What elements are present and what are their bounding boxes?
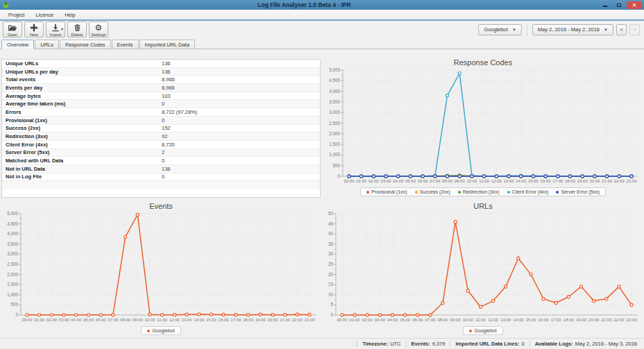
svg-text:18:00: 18:00 bbox=[564, 318, 575, 322]
legend-item[interactable]: Googlebot bbox=[469, 328, 496, 333]
svg-text:2,500: 2,500 bbox=[329, 121, 340, 126]
legend-item[interactable]: Googlebot bbox=[147, 328, 174, 333]
metric-label: Average bytes bbox=[2, 93, 162, 99]
svg-text:21:00: 21:00 bbox=[601, 318, 612, 322]
svg-text:14:00: 14:00 bbox=[194, 318, 205, 322]
svg-text:5,000: 5,000 bbox=[329, 67, 340, 72]
svg-text:06:00: 06:00 bbox=[418, 179, 429, 183]
table-row: Success (2xx) 152 bbox=[2, 125, 320, 133]
metric-label: Unique URLs bbox=[2, 60, 162, 67]
svg-text:2,500: 2,500 bbox=[7, 262, 18, 266]
svg-text:1,500: 1,500 bbox=[329, 142, 340, 146]
svg-text:02:00: 02:00 bbox=[362, 318, 373, 322]
svg-text:3,000: 3,000 bbox=[329, 110, 340, 114]
trash-icon bbox=[74, 24, 81, 32]
metric-value: 92 bbox=[162, 133, 320, 139]
svg-text:18:00: 18:00 bbox=[243, 318, 254, 322]
svg-text:20:00: 20:00 bbox=[588, 318, 600, 322]
svg-text:4,500: 4,500 bbox=[329, 78, 340, 83]
svg-text:05:00: 05:00 bbox=[400, 318, 411, 322]
table-row: Client Error (4xx) 8,720 bbox=[2, 141, 320, 149]
tab-imported-url-data[interactable]: Imported URL Data bbox=[139, 40, 195, 49]
response-codes-chart: Response Codes 05001,0001,5002,0002,5003… bbox=[322, 49, 644, 199]
svg-text:17:00: 17:00 bbox=[230, 318, 242, 322]
table-row: Not in URL Data 136 bbox=[2, 165, 320, 173]
plus-icon bbox=[30, 24, 38, 32]
svg-text:22:00: 22:00 bbox=[292, 318, 303, 322]
restore-icon bbox=[617, 3, 621, 7]
legend-item[interactable]: Client Error (4xx) bbox=[507, 189, 549, 194]
svg-text:09:00: 09:00 bbox=[455, 179, 466, 183]
title-bar: Log File Analyser 1.0 Beta 4 - IPR ✕ bbox=[0, 0, 644, 10]
tab-overview[interactable]: Overview bbox=[1, 40, 34, 49]
svg-text:04:00: 04:00 bbox=[393, 179, 404, 183]
table-row: Average bytes 103 bbox=[2, 92, 320, 101]
table-row: Average time taken (ms) 0 bbox=[2, 100, 320, 108]
svg-text:4,000: 4,000 bbox=[329, 89, 340, 94]
svg-text:08:00: 08:00 bbox=[442, 179, 453, 183]
gear-icon: ⚙ bbox=[95, 24, 103, 32]
delete-button[interactable]: ▾ Delete bbox=[67, 22, 87, 37]
table-row: Unique URLs 136 bbox=[2, 60, 320, 68]
svg-text:21:00: 21:00 bbox=[280, 318, 291, 322]
menu-help[interactable]: Help bbox=[59, 10, 80, 19]
legend-item[interactable]: Provisional (1xx) bbox=[366, 189, 407, 194]
metric-label: Client Error (4xx) bbox=[2, 142, 162, 148]
user-agent-dropdown[interactable]: Googlebot ▼ bbox=[478, 24, 522, 35]
restore-button[interactable] bbox=[613, 1, 625, 9]
table-row: Server Error (5xx) 2 bbox=[2, 149, 320, 158]
svg-text:03:00: 03:00 bbox=[375, 318, 386, 322]
metric-label: Errors bbox=[2, 109, 162, 115]
tab-events[interactable]: Events bbox=[112, 40, 139, 49]
svg-text:500: 500 bbox=[10, 302, 18, 307]
overview-table: Unique URLs 136 Unique URLs per day 136 … bbox=[1, 59, 321, 198]
svg-text:10:00: 10:00 bbox=[463, 318, 474, 322]
svg-text:12:00: 12:00 bbox=[488, 318, 499, 322]
app-icon bbox=[2, 1, 10, 9]
import-icon bbox=[51, 24, 60, 32]
svg-text:07:00: 07:00 bbox=[430, 179, 441, 183]
next-date-button[interactable]: > bbox=[629, 24, 640, 35]
svg-text:16:00: 16:00 bbox=[541, 179, 552, 183]
metric-value: 8,966 bbox=[162, 76, 320, 83]
svg-text:0: 0 bbox=[330, 312, 333, 317]
metric-value: 136 bbox=[162, 69, 320, 75]
svg-text:1,500: 1,500 bbox=[7, 282, 18, 287]
svg-text:22:00: 22:00 bbox=[614, 179, 625, 183]
settings-button[interactable]: ⚙ ▾ Settings bbox=[89, 22, 108, 37]
tab-response-codes[interactable]: Response Codes bbox=[60, 40, 111, 49]
status-segment: Available Logs: May 2, 2016 - May 3, 201… bbox=[529, 341, 642, 348]
prev-date-button[interactable]: < bbox=[616, 24, 627, 35]
svg-text:01:00: 01:00 bbox=[356, 179, 367, 183]
svg-text:0: 0 bbox=[337, 173, 340, 178]
menu-licence[interactable]: Licence bbox=[30, 10, 59, 19]
svg-text:23:00: 23:00 bbox=[304, 318, 315, 322]
svg-text:4,000: 4,000 bbox=[7, 231, 18, 236]
svg-text:15: 15 bbox=[328, 282, 334, 287]
menu-project[interactable]: Project bbox=[3, 10, 30, 19]
new-button[interactable]: ▾ New bbox=[24, 22, 44, 37]
metric-label: Events per day bbox=[2, 85, 162, 91]
svg-text:11:00: 11:00 bbox=[475, 318, 486, 322]
chart-legend: Provisional (1xx) Success (2xx) Redirect… bbox=[360, 187, 606, 196]
close-icon: ✕ bbox=[632, 2, 637, 8]
open-button[interactable]: ▾ Open bbox=[3, 22, 22, 37]
metric-label: Server Error (5xx) bbox=[2, 149, 162, 155]
date-range-dropdown[interactable]: May 2, 2016 - May 2, 2016 ▼ bbox=[532, 24, 613, 35]
app-window: Log File Analyser 1.0 Beta 4 - IPR ✕ Pro… bbox=[0, 0, 644, 49]
table-row: Unique URLs per day 136 bbox=[2, 68, 320, 76]
svg-text:10:00: 10:00 bbox=[466, 179, 477, 183]
legend-item[interactable]: Server Error (5xx) bbox=[556, 189, 600, 194]
svg-text:1,000: 1,000 bbox=[329, 152, 340, 157]
import-button[interactable]: ▾ Import bbox=[46, 22, 65, 37]
toolbar-separator bbox=[527, 24, 527, 36]
response-codes-svg: 05001,0001,5002,0002,5003,0003,5004,0004… bbox=[322, 67, 644, 187]
tab-urls[interactable]: URLs bbox=[35, 40, 59, 49]
close-button[interactable]: ✕ bbox=[627, 1, 642, 9]
svg-text:20:00: 20:00 bbox=[267, 318, 278, 322]
metric-value: 0 bbox=[162, 158, 320, 164]
minimize-button[interactable] bbox=[599, 1, 611, 9]
legend-item[interactable]: Redirection (3xx) bbox=[458, 189, 500, 194]
legend-item[interactable]: Success (2xx) bbox=[415, 189, 450, 194]
svg-text:08:00: 08:00 bbox=[120, 318, 131, 322]
